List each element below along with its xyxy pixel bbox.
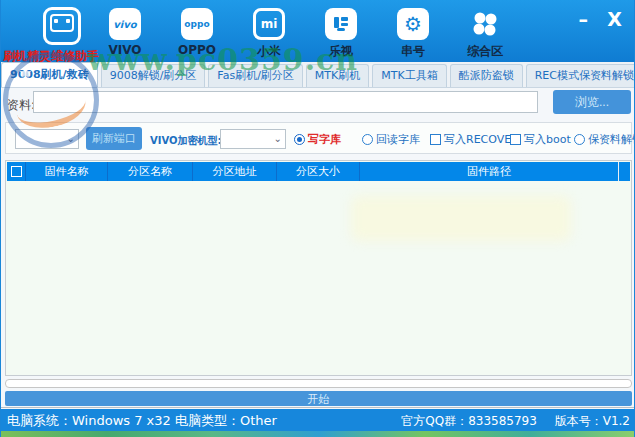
bottom-image-strip [1, 431, 635, 437]
col-partition-name[interactable]: 分区名称 [107, 162, 192, 181]
vertical-scrollbar[interactable] [618, 162, 630, 181]
table-header: 固件名称 分区名称 分区地址 分区大小 固件路径 [7, 162, 618, 181]
version-number: 版本号：V1.2 [555, 414, 630, 428]
minimize-button[interactable]: – [579, 10, 589, 29]
refresh-port-button[interactable]: 刷新端口 [86, 127, 142, 150]
browse-button[interactable]: 浏览... [553, 90, 631, 114]
chevron-down-icon: ⌄ [67, 133, 75, 144]
nav-label: 综合区 [449, 43, 521, 60]
port-select[interactable]: ⌄ [15, 129, 79, 149]
tab-9008-unlock[interactable]: 9008解锁/刷分区 [101, 64, 206, 87]
divider [1, 407, 635, 408]
system-info: 电脑系统：Windows 7 x32 电脑类型：Other [7, 412, 277, 430]
chevron-down-icon: ⌄ [274, 133, 282, 144]
options-group: ⌄ 刷新端口 VIVO加密机型: ⌄ 写字库 回读字库 写入RECOVEY 写入… [5, 122, 632, 154]
tab-coolpad-antitheft[interactable]: 酷派防盗锁 [450, 64, 523, 87]
option-write-boot[interactable]: 写入boot [510, 132, 571, 147]
progress-bar [5, 379, 632, 388]
tab-mtk-flash[interactable]: MTK刷机 [306, 64, 369, 87]
option-write-recovery[interactable]: 写入RECOVEY [430, 132, 518, 147]
tab-mtk-toolbox[interactable]: MTK工具箱 [372, 64, 446, 87]
nav-item-letv[interactable]: 乐视 [305, 8, 377, 60]
watermark-smudge [351, 196, 571, 241]
select-all-checkbox[interactable] [7, 162, 25, 181]
checkbox-icon [11, 166, 22, 177]
vivo-brand-icon: vivo [109, 8, 141, 40]
checkbox-icon [510, 134, 521, 145]
start-button[interactable]: 开始 [5, 391, 632, 406]
tab-9008-flash[interactable]: 9008刷机/救砖 [1, 62, 98, 87]
statusbar: 电脑系统：Windows 7 x32 电脑类型：Other 官方QQ群：8335… [1, 409, 635, 431]
app-window: 刷机精灵维修助手 vivo VIVO oppo OPPO mi 小米 [0, 0, 635, 437]
nav-label: 串号 [377, 43, 449, 60]
checkbox-icon [430, 134, 441, 145]
status-right: 官方QQ群：833585793 版本号：V1.2 [387, 413, 630, 430]
nav-label: 乐视 [305, 43, 377, 60]
file-label: 资料: [7, 97, 35, 114]
tabbar: 9008刷机/救砖 9008解锁/刷分区 Fas刷机/刷分区 MTK刷机 MTK… [1, 62, 635, 88]
tab-fas-flash[interactable]: Fas刷机/刷分区 [208, 64, 303, 87]
option-readback-firmware[interactable]: 回读字库 [362, 132, 420, 147]
nav-item-oppo[interactable]: oppo OPPO [161, 8, 233, 60]
gear-icon: ⚙ [397, 8, 429, 40]
brand-nav: vivo VIVO oppo OPPO mi 小米 [89, 8, 521, 60]
col-firmware-name[interactable]: 固件名称 [25, 162, 107, 181]
qq-group: 官方QQ群：833585793 [401, 414, 537, 428]
col-firmware-path[interactable]: 固件路径 [359, 162, 618, 181]
vivo-type-label: VIVO加密机型: [150, 134, 222, 148]
nav-label: OPPO [161, 43, 233, 57]
titlebar: 刷机精灵维修助手 vivo VIVO oppo OPPO mi 小米 [1, 0, 635, 62]
app-logo [27, 7, 97, 45]
nav-item-vivo[interactable]: vivo VIVO [89, 8, 161, 60]
firmware-path-input[interactable] [33, 91, 538, 113]
radio-icon [574, 134, 585, 145]
letv-brand-icon [325, 8, 357, 40]
nav-label: VIVO [89, 43, 161, 57]
nav-item-xiaomi[interactable]: mi 小米 [233, 8, 305, 60]
nav-label: 小米 [233, 43, 305, 60]
phone-robot-logo-icon [43, 7, 81, 45]
clover-dots-icon [469, 8, 501, 40]
oppo-brand-icon: oppo [181, 8, 213, 40]
vivo-type-select[interactable]: ⌄ [220, 129, 286, 149]
tab-rec-unlock[interactable]: REC模式保资料解锁 [526, 64, 635, 87]
col-partition-size[interactable]: 分区大小 [276, 162, 359, 181]
nav-item-general[interactable]: 综合区 [449, 8, 521, 60]
file-row: 资料: 浏览... [1, 88, 635, 118]
radio-icon [294, 134, 305, 145]
firmware-table: 固件名称 分区名称 分区地址 分区大小 固件路径 [5, 160, 632, 376]
xiaomi-brand-icon: mi [253, 8, 285, 40]
close-button[interactable]: X [607, 10, 622, 29]
nav-item-serial[interactable]: ⚙ 串号 [377, 8, 449, 60]
col-partition-address[interactable]: 分区地址 [192, 162, 276, 181]
option-keep-data-unlock[interactable]: 保资料解锁 [574, 132, 635, 147]
option-write-firmware[interactable]: 写字库 [294, 132, 341, 147]
radio-icon [362, 134, 373, 145]
